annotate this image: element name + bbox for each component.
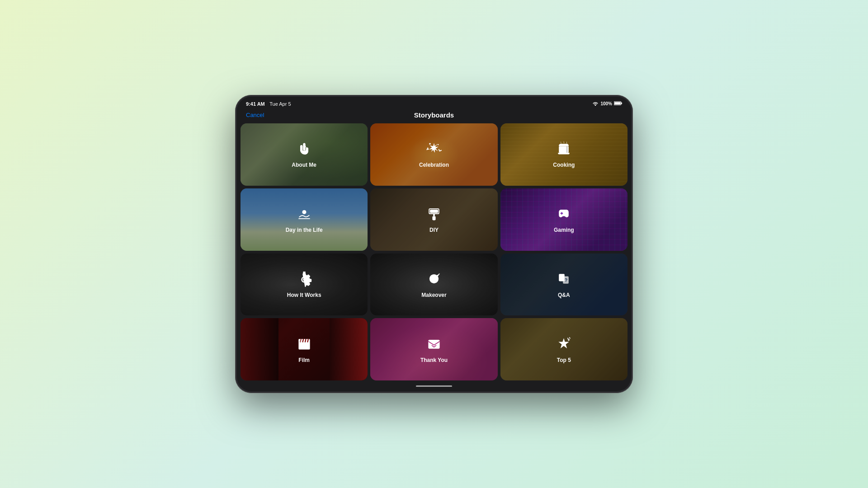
svg-rect-21 [304,272,306,275]
storyboards-grid: About Me [241,123,627,380]
svg-point-14 [566,212,567,214]
card-thankyou-label: Thank You [420,357,448,363]
card-qa-label: Q&A [558,292,570,298]
status-bar: 9:41 AM Tue Apr 5 100% [237,97,631,109]
qa-icon: ? [556,271,572,289]
card-cooking-content: Cooking [553,141,575,168]
card-gaming-content: Gaming [554,206,574,233]
gears-icon [296,271,312,289]
card-thankyou-content: Thank You [420,336,448,363]
card-about-me[interactable]: About Me [241,123,368,186]
sunset-icon [296,206,312,224]
clapboard-icon [296,336,312,354]
cooking-icon [556,141,572,159]
confetti-icon [426,141,442,159]
gamepad-icon [556,206,572,224]
svg-rect-1 [621,103,622,104]
status-left: 9:41 AM Tue Apr 5 [246,99,291,108]
card-top5[interactable]: Top 5 [500,318,627,380]
star-icon [556,336,572,354]
card-top5-label: Top 5 [557,357,571,363]
svg-point-6 [302,210,306,214]
card-film-label: Film [298,357,310,363]
svg-point-3 [429,143,431,145]
card-makeover-label: Makeover [421,292,446,298]
card-gaming-label: Gaming [554,227,574,233]
card-film[interactable]: Film [241,318,368,380]
tablet-device: 9:41 AM Tue Apr 5 100% [235,95,633,393]
card-cooking[interactable]: Cooking [500,123,627,186]
card-diy-label: DIY [429,227,439,233]
letter-icon [426,336,442,354]
tablet-screen: 9:41 AM Tue Apr 5 100% [237,97,631,391]
card-day-life-content: Day in the Life [286,206,323,233]
svg-point-16 [564,213,566,215]
card-gaming[interactable]: Gaming [500,188,627,251]
svg-point-19 [303,278,305,281]
storyboards-grid-area: About Me [237,122,631,384]
paint-roller-icon [426,206,442,224]
card-about-me-content: About Me [292,141,316,168]
card-celebration-content: Celebration [419,141,449,168]
page-title: Storyboards [414,111,454,119]
cancel-button[interactable]: Cancel [246,112,264,118]
card-qa[interactable]: ? Q&A [500,253,627,316]
card-cooking-label: Cooking [553,162,575,168]
svg-point-15 [567,213,569,215]
svg-text:?: ? [565,277,568,283]
svg-rect-11 [432,216,435,221]
svg-rect-8 [430,210,438,213]
svg-rect-10 [433,214,435,216]
card-diy-content: DIY [426,206,442,233]
wifi-icon [592,101,599,107]
svg-point-4 [438,144,439,145]
status-right: 100% [592,99,622,108]
card-diy[interactable]: DIY [370,188,497,251]
svg-rect-27 [298,341,310,349]
battery-icon [614,99,622,108]
navigation-bar: Cancel Storyboards [237,109,631,122]
svg-rect-29 [298,339,301,342]
card-how-works-label: How It Works [287,292,321,298]
card-day-life-label: Day in the Life [286,227,323,233]
wave-icon [296,141,312,159]
svg-rect-20 [303,272,304,275]
card-qa-content: ? Q&A [556,271,572,298]
card-how-it-works[interactable]: How It Works [241,253,368,316]
card-how-works-content: How It Works [287,271,321,298]
card-makeover-content: Makeover [421,271,446,298]
makeup-icon [426,271,442,289]
card-about-me-label: About Me [292,162,316,168]
card-day-in-life[interactable]: Day in the Life [241,188,368,251]
svg-rect-2 [614,102,621,104]
time-display: 9:41 AM [246,101,265,107]
card-makeover[interactable]: Makeover [370,253,497,316]
svg-point-17 [566,214,567,216]
card-top5-content: Top 5 [556,336,572,363]
scroll-indicator [416,385,452,387]
card-thank-you[interactable]: Thank You [370,318,497,380]
battery-percent: 100% [600,101,612,106]
card-celebration[interactable]: Celebration [370,123,497,186]
date-display: Tue Apr 5 [269,101,291,107]
card-film-content: Film [296,336,312,363]
card-celebration-label: Celebration [419,162,449,168]
